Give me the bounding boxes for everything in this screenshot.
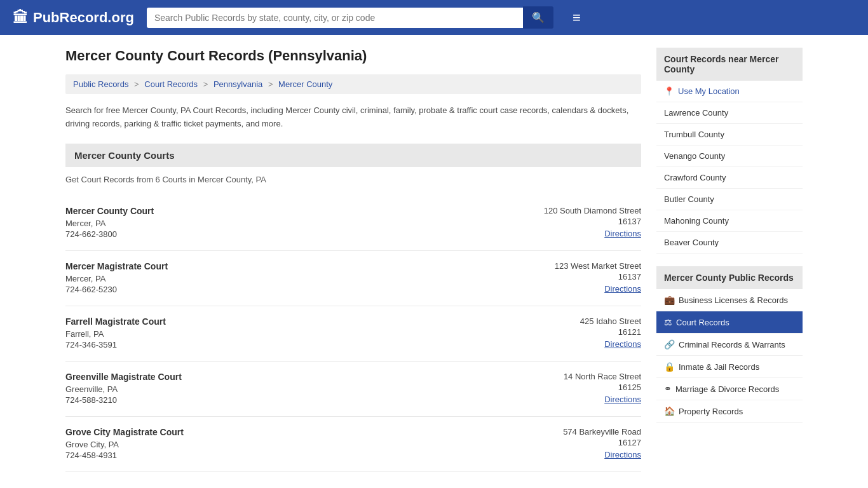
search-button[interactable]: 🔍 <box>523 6 553 29</box>
public-records-title: Mercer County Public Records <box>656 266 803 289</box>
court-entry: Mercer County Court Mercer, PA 724-662-3… <box>65 196 641 251</box>
directions-link[interactable]: Directions <box>604 284 641 294</box>
court-phone: 724-662-5230 <box>65 285 168 294</box>
court-name: Mercer County Court <box>65 206 154 216</box>
court-phone: 724-662-3800 <box>65 229 154 239</box>
directions-link[interactable]: Directions <box>604 339 641 349</box>
public-records-link[interactable]: Criminal Records & Warrants <box>679 340 785 349</box>
site-header: 🏛 PubRecord.org 🔍 ≡ <box>0 0 868 35</box>
public-records-link[interactable]: Court Records <box>676 318 729 327</box>
public-records-item[interactable]: 🔒 Inmate & Jail Records <box>656 356 803 378</box>
use-location-item[interactable]: 📍 Use My Location <box>656 81 803 102</box>
logo-icon: 🏛 <box>13 9 28 27</box>
menu-button[interactable]: ≡ <box>573 10 581 26</box>
breadcrumb-public-records[interactable]: Public Records <box>73 79 128 89</box>
public-records-link[interactable]: Marriage & Divorce Records <box>675 384 779 394</box>
nearby-county-item[interactable]: Mahoning County <box>656 210 803 232</box>
nearby-section: Court Records near Mercer County 📍 Use M… <box>656 48 803 254</box>
directions-link[interactable]: Directions <box>604 395 641 404</box>
location-pin-icon: 📍 <box>664 86 674 96</box>
court-zip: 16127 <box>563 438 641 447</box>
court-phone: 724-588-3210 <box>65 395 182 405</box>
court-zip: 16121 <box>580 327 641 337</box>
directions-link[interactable]: Directions <box>604 450 641 459</box>
page-description: Search for free Mercer County, PA Court … <box>65 104 641 131</box>
courts-section-header: Mercer County Courts <box>65 144 641 167</box>
use-location-label: Use My Location <box>678 86 740 96</box>
site-logo[interactable]: 🏛 PubRecord.org <box>13 9 134 27</box>
court-entry: Grove City Magistrate Court Grove City, … <box>65 417 641 472</box>
court-info: Greenville Magistrate Court Greenville, … <box>65 372 182 406</box>
courts-section-subtext: Get Court Records from 6 Courts in Merce… <box>65 175 641 184</box>
breadcrumb-mercer-county[interactable]: Mercer County <box>278 79 332 89</box>
nearby-county-item[interactable]: Butler County <box>656 189 803 210</box>
nearby-county-link[interactable]: Trumbull County <box>664 130 724 139</box>
court-address: 574 Barkeyville Road 16127 Directions <box>563 427 641 461</box>
nearby-county-item[interactable]: Crawford County <box>656 167 803 189</box>
court-entry: Greenville Magistrate Court Greenville, … <box>65 362 641 417</box>
nearby-county-link[interactable]: Crawford County <box>664 173 726 182</box>
public-records-item[interactable]: ⚖ Court Records <box>656 311 803 334</box>
court-entry: Farrell Magistrate Court Farrell, PA 724… <box>65 306 641 362</box>
main-container: Mercer County Court Records (Pennsylvani… <box>53 35 815 485</box>
nearby-counties-list: Lawrence CountyTrumbull CountyVenango Co… <box>656 102 803 254</box>
sidebar: Court Records near Mercer County 📍 Use M… <box>656 48 803 472</box>
court-street: 123 West Market Street <box>555 261 641 271</box>
court-info: Farrell Magistrate Court Farrell, PA 724… <box>65 316 166 351</box>
court-location: Farrell, PA <box>65 329 166 339</box>
nearby-section-title: Court Records near Mercer County <box>656 48 803 81</box>
court-address: 120 South Diamond Street 16137 Direction… <box>544 206 641 240</box>
court-name: Farrell Magistrate Court <box>65 316 166 327</box>
court-info: Mercer Magistrate Court Mercer, PA 724-6… <box>65 261 168 295</box>
public-records-section: Mercer County Public Records 💼 Business … <box>656 266 803 423</box>
court-location: Grove City, PA <box>65 440 184 449</box>
page-title: Mercer County Court Records (Pennsylvani… <box>65 48 641 64</box>
court-name: Mercer Magistrate Court <box>65 261 168 271</box>
court-street: 574 Barkeyville Road <box>563 427 641 437</box>
search-input[interactable] <box>147 8 523 28</box>
courts-list: Mercer County Court Mercer, PA 724-662-3… <box>65 196 641 472</box>
record-type-icon: ⚖ <box>664 317 672 327</box>
directions-link[interactable]: Directions <box>604 229 641 238</box>
nearby-county-item[interactable]: Lawrence County <box>656 102 803 124</box>
content-area: Mercer County Court Records (Pennsylvani… <box>65 48 641 472</box>
court-name: Greenville Magistrate Court <box>65 372 182 382</box>
court-location: Greenville, PA <box>65 384 182 394</box>
nearby-county-link[interactable]: Beaver County <box>664 238 719 247</box>
public-records-link[interactable]: Business Licenses & Records <box>679 295 788 305</box>
court-address: 14 North Race Street 16125 Directions <box>564 372 641 406</box>
breadcrumb-court-records[interactable]: Court Records <box>144 79 198 89</box>
public-records-item[interactable]: 🔗 Criminal Records & Warrants <box>656 334 803 356</box>
nearby-county-link[interactable]: Butler County <box>664 194 714 204</box>
public-records-link[interactable]: Inmate & Jail Records <box>679 362 759 372</box>
court-zip: 16125 <box>564 383 641 392</box>
public-records-item[interactable]: 💼 Business Licenses & Records <box>656 289 803 311</box>
public-records-list: 💼 Business Licenses & Records ⚖ Court Re… <box>656 289 803 423</box>
court-zip: 16137 <box>555 272 641 281</box>
breadcrumb-sep-2: > <box>203 79 208 89</box>
nearby-county-item[interactable]: Venango County <box>656 146 803 167</box>
court-location: Mercer, PA <box>65 219 154 228</box>
court-location: Mercer, PA <box>65 274 168 283</box>
nearby-county-link[interactable]: Mahoning County <box>664 216 729 226</box>
court-info: Grove City Magistrate Court Grove City, … <box>65 427 184 461</box>
court-phone: 724-458-4931 <box>65 451 184 460</box>
record-type-icon: ⚭ <box>664 384 672 394</box>
court-street: 120 South Diamond Street <box>544 206 641 215</box>
public-records-item[interactable]: ⚭ Marriage & Divorce Records <box>656 378 803 400</box>
court-zip: 16137 <box>544 217 641 226</box>
record-type-icon: 🔗 <box>664 339 675 349</box>
nearby-county-item[interactable]: Beaver County <box>656 232 803 254</box>
record-type-icon: 🔒 <box>664 362 675 372</box>
breadcrumb-sep-1: > <box>134 79 139 89</box>
court-entry: Mercer Magistrate Court Mercer, PA 724-6… <box>65 251 641 306</box>
public-records-item[interactable]: 🏠 Property Records <box>656 400 803 423</box>
nearby-county-link[interactable]: Lawrence County <box>664 108 728 118</box>
nearby-county-link[interactable]: Venango County <box>664 151 725 161</box>
breadcrumb-pennsylvania[interactable]: Pennsylvania <box>214 79 262 89</box>
public-records-link[interactable]: Property Records <box>679 407 743 416</box>
court-phone: 724-346-3591 <box>65 340 166 349</box>
record-type-icon: 💼 <box>664 295 675 305</box>
court-street: 14 North Race Street <box>564 372 641 381</box>
nearby-county-item[interactable]: Trumbull County <box>656 124 803 146</box>
